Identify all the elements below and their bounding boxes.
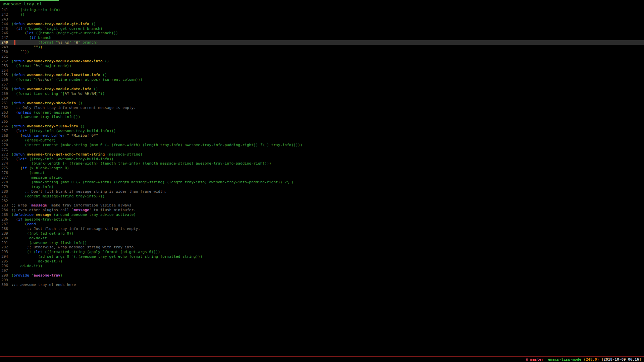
line-number: 271 (0, 147, 11, 152)
code-line[interactable]: 258(defun awesome-tray-module-date-info … (0, 87, 644, 92)
code-line[interactable]: 266(defun awesome-tray-flush-info () (0, 124, 644, 129)
code-text: ;;; awesome-tray.el ends here (11, 283, 76, 287)
code-line[interactable]: 251 (0, 54, 644, 59)
code-line[interactable]: 256 (format "(%s:%s)" (line-number-at-po… (0, 77, 644, 82)
code-line[interactable]: 244(defun awesome-tray-module-git-info (… (0, 22, 644, 26)
code-line[interactable]: 270 (insert (concat (make-string (max 0 … (0, 143, 644, 147)
code-line[interactable]: 289 ((not (ad-get-arg 0)) (0, 231, 644, 236)
line-number: 251 (0, 54, 11, 59)
buffer-tab-awesome-tray[interactable]: awesome-tray.el (3, 1, 42, 6)
code-line[interactable]: 292 ;; Otherwise, wrap message string wi… (0, 245, 644, 250)
code-line[interactable]: 284;; even other plugins call `message' … (0, 208, 644, 213)
code-line[interactable]: 293 (t (let ((formatted-string (apply 'f… (0, 250, 644, 254)
code-line[interactable]: 254 (0, 68, 644, 73)
code-line[interactable]: 255(defun awesome-tray-module-location-i… (0, 73, 644, 77)
code-line[interactable]: 295 ad-do-it))) (0, 259, 644, 264)
code-line[interactable]: 275 (if (> blank-length 0) (0, 166, 644, 171)
code-line[interactable]: 274 (blank-length (- (frame-width) (leng… (0, 161, 644, 166)
code-text: (blank-length (- (frame-width) (length t… (11, 161, 271, 166)
line-number: 295 (0, 259, 11, 264)
line-number: 297 (0, 268, 11, 273)
code-line[interactable]: 273 (let* ((tray-info (awesome-tray-buil… (0, 157, 644, 162)
modeline-tray: ♜ master emacs-lisp-mode (248:0) [2018-1… (526, 357, 641, 362)
code-line[interactable]: 299 (0, 278, 644, 283)
cursor-position: (248:0) (584, 357, 599, 362)
code-line[interactable]: 268 (with-current-buffer " *Minibuf-0*" (0, 133, 644, 138)
code-line[interactable]: 269 (erase-buffer) (0, 138, 644, 143)
code-line[interactable]: 288 ;; Just flush tray info if message s… (0, 227, 644, 231)
code-line[interactable]: 248 (format "%s %s" "♜" branch) (0, 40, 644, 45)
code-line[interactable]: 252(defun awesome-tray-module-mode-name-… (0, 59, 644, 64)
code-line[interactable]: 290 ad-do-it (0, 236, 644, 241)
code-line[interactable]: 286 (if awesome-tray-active-p (0, 217, 644, 222)
line-number: 242 (0, 12, 11, 17)
code-line[interactable]: 276 (concat (0, 171, 644, 175)
line-number: 296 (0, 264, 11, 268)
line-number: 290 (0, 236, 11, 241)
line-number: 252 (0, 59, 11, 64)
line-number: 267 (0, 129, 11, 133)
code-line[interactable]: 279 tray-info) (0, 185, 644, 189)
code-line[interactable]: 300;;; awesome-tray.el ends here (0, 283, 644, 287)
code-text: (defun awesome-tray-show-info () (11, 101, 83, 105)
code-line[interactable]: 263 (unless (current-message) (0, 110, 644, 115)
code-line[interactable]: 291 (awesome-tray-flush-info)) (0, 241, 644, 245)
code-text: (defun awesome-tray-module-location-info… (11, 73, 107, 77)
code-line[interactable]: 272(defun awesome-tray-get-echo-format-s… (0, 152, 644, 157)
code-line[interactable]: 260 (0, 96, 644, 101)
code-line[interactable]: 262 ;; Only flush tray info when current… (0, 106, 644, 110)
code-line[interactable]: 247 (if branch (0, 36, 644, 40)
line-number: 275 (0, 166, 11, 171)
code-line[interactable]: 261(defun awesome-tray-show-info () (0, 101, 644, 106)
code-line[interactable]: 246 (let ((branch (magit-get-current-bra… (0, 31, 644, 36)
code-line[interactable]: 281 (concat message-string tray-info)))) (0, 194, 644, 199)
code-line[interactable]: 277 message-string (0, 175, 644, 180)
line-number: 277 (0, 175, 11, 180)
code-line[interactable]: 264 (awesome-tray-flush-info))) (0, 115, 644, 119)
code-text: (defun awesome-tray-module-date-info () (11, 87, 98, 91)
code-line[interactable]: 249 "")) (0, 45, 644, 50)
code-area[interactable]: 241 (string-trim info)242 ))243244(defun… (0, 8, 644, 287)
code-line[interactable]: 241 (string-trim info) (0, 8, 644, 12)
code-text: (defun awesome-tray-module-mode-name-inf… (11, 59, 109, 63)
code-line[interactable]: 282 (0, 199, 644, 203)
line-number: 300 (0, 283, 11, 287)
code-line[interactable]: 298(provide 'awesome-tray) (0, 273, 644, 278)
code-line[interactable]: 259 (format-time-string "[%Y-%m-%d %H:%M… (0, 92, 644, 96)
code-line[interactable]: 280 ;; Don't fill blank if message strin… (0, 189, 644, 194)
code-line[interactable]: 253 (format "%s" major-mode)) (0, 64, 644, 68)
code-line[interactable]: 245 (if (fboundp 'magit-get-current-bran… (0, 26, 644, 31)
code-line[interactable]: 242 )) (0, 12, 644, 17)
code-line[interactable]: 265 (0, 119, 644, 124)
datetime-label: [2018-10-09 06:16] (601, 357, 641, 362)
code-text: tray-info) (11, 185, 54, 189)
active-tab-indicator (0, 0, 59, 1)
code-line[interactable]: 294 (ad-set-args 0 `(,(awesome-tray-get-… (0, 254, 644, 259)
code-line[interactable]: 267 (let* ((tray-info (awesome-tray-buil… (0, 129, 644, 133)
line-number: 241 (0, 8, 11, 12)
line-number: 278 (0, 180, 11, 185)
code-line[interactable]: 283;; Wrap `message' make tray informati… (0, 203, 644, 208)
code-line[interactable]: 250 "")) (0, 50, 644, 54)
code-text: ;; Wrap `message' make tray information … (11, 203, 131, 207)
code-line[interactable]: 271 (0, 147, 644, 152)
code-text: ;; Otherwise, wrap message string with t… (11, 245, 136, 249)
code-text: (let* ((tray-info (awesome-tray-build-in… (11, 157, 114, 161)
line-number: 266 (0, 124, 11, 129)
code-line[interactable]: 243 (0, 17, 644, 22)
line-number: 282 (0, 199, 11, 203)
line-number: 289 (0, 231, 11, 236)
line-number: 288 (0, 227, 11, 231)
code-line[interactable]: 285(defadvice message (around awesome-tr… (0, 213, 644, 217)
code-text: (concat (11, 171, 45, 175)
line-number: 264 (0, 115, 11, 119)
text-cursor (14, 40, 15, 45)
code-line[interactable]: 278 (make-string (max 0 (- (frame-width)… (0, 180, 644, 185)
code-line[interactable]: 297 (0, 268, 644, 273)
code-text: (with-current-buffer " *Minibuf-0*" (11, 133, 98, 138)
line-number: 265 (0, 119, 11, 124)
code-line[interactable]: 296 ad-do-it)) (0, 264, 644, 268)
code-text: ;; Only flush tray info when current mes… (11, 106, 136, 110)
code-line[interactable]: 257 (0, 82, 644, 87)
code-line[interactable]: 287 (cond (0, 222, 644, 227)
